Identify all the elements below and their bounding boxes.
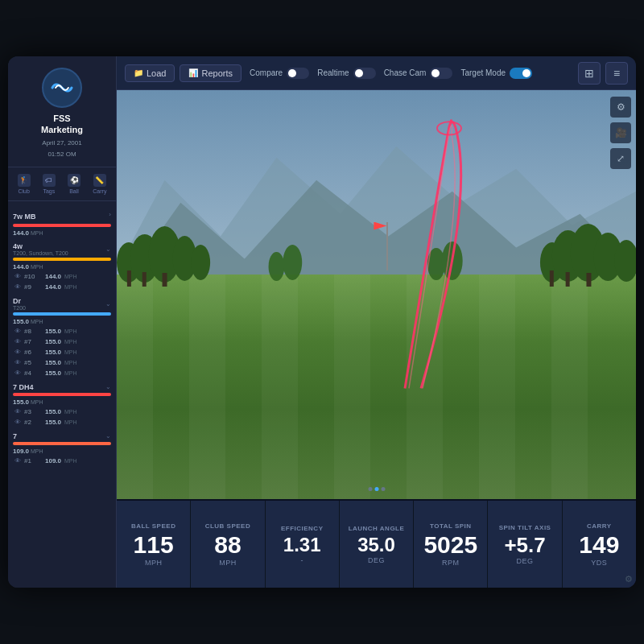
sidebar-carry-btn[interactable]: 📏 Carry <box>93 174 106 194</box>
stat-card-efficiency: EFFICIENCY 1.31 - <box>266 501 340 588</box>
menu-button[interactable]: ≡ <box>605 62 628 85</box>
club-list: 7w MB › 144.0 MPH 4w T200, <box>8 201 116 588</box>
folder-icon: 📁 <box>134 68 143 77</box>
eye-icon: 👁 <box>14 457 21 464</box>
launch-angle-unit: DEG <box>368 556 385 564</box>
spin-tilt-label: SPIN TILT AXIS <box>499 524 551 531</box>
realtime-toggle[interactable] <box>353 68 376 79</box>
list-item: 👁 #3 155.0 MPH <box>8 407 116 417</box>
stat-card-club-speed: CLUB SPEED 88 MPH <box>191 501 265 588</box>
list-item: 👁 #5 155.0 MPH <box>8 357 116 368</box>
efficiency-unit: - <box>300 556 303 564</box>
stats-bar: BALL SPEED 115 MPH CLUB SPEED 88 MPH EFF… <box>117 499 636 588</box>
camera-viewport-button[interactable]: 🎥 <box>610 122 631 143</box>
hamburger-icon: ≡ <box>613 67 620 80</box>
targetmode-toggle-group: Target Mode <box>460 68 532 79</box>
reports-icon: 📊 <box>188 68 198 77</box>
camera-icon: 🎥 <box>615 127 627 138</box>
launch-angle-label: LAUNCH ANGLE <box>349 525 405 532</box>
list-item: 👁 #4 155.0 MPH <box>8 368 116 378</box>
settings-viewport-button[interactable]: ⚙ <box>610 97 631 118</box>
club-speed-value: 88 <box>214 533 241 557</box>
sidebar-club-btn[interactable]: 🏌 Club <box>18 174 31 194</box>
club-group-4w: 4w T200, Sundown, T200 ⌄ 144.0 MPH 👁 #10… <box>8 239 116 292</box>
svg-point-27 <box>442 242 463 280</box>
svg-point-24 <box>269 252 285 281</box>
efficiency-value: 1.31 <box>283 535 321 555</box>
svg-rect-6 <box>479 275 515 499</box>
stat-card-carry: CARRY 149 YDS ⚙ <box>563 501 636 588</box>
grid-icon-button[interactable]: ⊞ <box>578 62 601 85</box>
outer-frame: FSS Marketing April 27, 2001 01:52 OM 🏌 … <box>8 56 636 588</box>
chasecam-toggle[interactable] <box>430 68 452 79</box>
club-group-7-header[interactable]: 7 DH4 ⌄ <box>8 380 116 393</box>
gear-icon[interactable]: ⚙ <box>625 574 633 584</box>
grid-icon: ⊞ <box>584 67 594 80</box>
trajectory-dots <box>368 487 385 491</box>
user-time: 01:52 OM <box>47 150 76 159</box>
fairway <box>117 275 636 499</box>
list-item: 👁 #2 155.0 MPH <box>8 417 116 427</box>
ball-speed-unit: MPH <box>145 559 163 567</box>
eye-icon: 👁 <box>14 273 21 280</box>
top-nav: 📁 Load 📊 Reports Compare Realtime <box>117 56 636 90</box>
flag-pole <box>386 222 388 270</box>
svg-rect-5 <box>407 275 443 499</box>
user-date: April 27, 2001 <box>42 138 81 147</box>
svg-rect-22 <box>566 272 570 287</box>
svg-rect-2 <box>189 275 225 499</box>
reports-button[interactable]: 📊 Reports <box>180 64 242 82</box>
eye-icon: 👁 <box>14 419 21 426</box>
club-bar-7b <box>13 442 111 445</box>
spin-tilt-unit: DEG <box>517 557 534 565</box>
realtime-toggle-group: Realtime <box>317 68 375 79</box>
list-item: 👁 #9 144.0 MPH <box>8 282 116 292</box>
chevron-down-icon: ⌄ <box>105 246 111 253</box>
expand-viewport-button[interactable]: ⤢ <box>610 148 631 169</box>
club-speed-label: CLUB SPEED <box>205 522 251 530</box>
user-name: FSS <box>53 113 70 124</box>
sidebar-ball-btn[interactable]: ⚽ Ball <box>68 174 80 194</box>
eye-icon: 👁 <box>14 283 21 291</box>
ball-speed-label: BALL SPEED <box>131 522 176 530</box>
sidebar-header: FSS Marketing April 27, 2001 01:52 OM <box>8 56 116 167</box>
svg-rect-7 <box>551 275 588 499</box>
eye-icon: 👁 <box>14 349 21 356</box>
club-bar-7 <box>13 393 111 396</box>
chasecam-toggle-group: Chase Cam <box>384 68 453 79</box>
chevron-down-icon: ⌄ <box>105 383 111 390</box>
club-icon: 🏌 <box>18 174 31 187</box>
targetmode-toggle[interactable] <box>510 68 532 79</box>
list-item: 👁 #1 109.0 MPH <box>8 456 116 466</box>
club-group-dr: Dr T200 ⌄ 155.0 MPH 👁 #8 155.0 MP <box>8 294 116 378</box>
svg-rect-14 <box>142 272 147 287</box>
spin-tilt-value: +5.7 <box>504 535 545 555</box>
compare-toggle[interactable] <box>287 68 309 79</box>
sidebar-tags-btn[interactable]: 🏷 Tags <box>43 174 56 194</box>
efficiency-label: EFFICIENCY <box>281 525 324 532</box>
club-group-dr-header[interactable]: Dr T200 ⌄ <box>8 294 116 312</box>
eye-icon: 👁 <box>14 328 21 335</box>
carry-icon: 📏 <box>93 174 106 187</box>
club-group-7: 7 DH4 ⌄ 155.0 MPH 👁 #3 155.0 MPH <box>8 380 116 427</box>
stat-card-total-spin: TOTAL SPIN 5025 RPM <box>414 501 488 588</box>
tag-icon: 🏷 <box>43 174 56 187</box>
carry-value: 149 <box>579 533 619 557</box>
svg-rect-3 <box>262 275 298 499</box>
sidebar-nav-icons: 🏌 Club 🏷 Tags ⚽ Ball 📏 Carry <box>8 167 116 201</box>
load-button[interactable]: 📁 Load <box>125 64 175 82</box>
eye-icon: 👁 <box>14 338 21 345</box>
club-group-7b-header[interactable]: 7 ⌄ <box>8 429 116 442</box>
main-area: 📁 Load 📊 Reports Compare Realtime <box>117 56 636 588</box>
club-bar-7w <box>13 224 111 227</box>
svg-rect-13 <box>127 270 131 287</box>
logo <box>42 68 82 108</box>
ball-speed-value: 115 <box>134 533 174 557</box>
dot-3 <box>381 487 385 491</box>
svg-rect-23 <box>586 273 591 287</box>
total-spin-value: 5025 <box>423 533 477 557</box>
launch-angle-value: 35.0 <box>357 535 395 555</box>
svg-rect-1 <box>117 275 153 499</box>
club-group-4w-header[interactable]: 4w T200, Sundown, T200 ⌄ <box>8 239 116 258</box>
club-group-7w-header[interactable]: 7w MB › <box>8 204 116 224</box>
